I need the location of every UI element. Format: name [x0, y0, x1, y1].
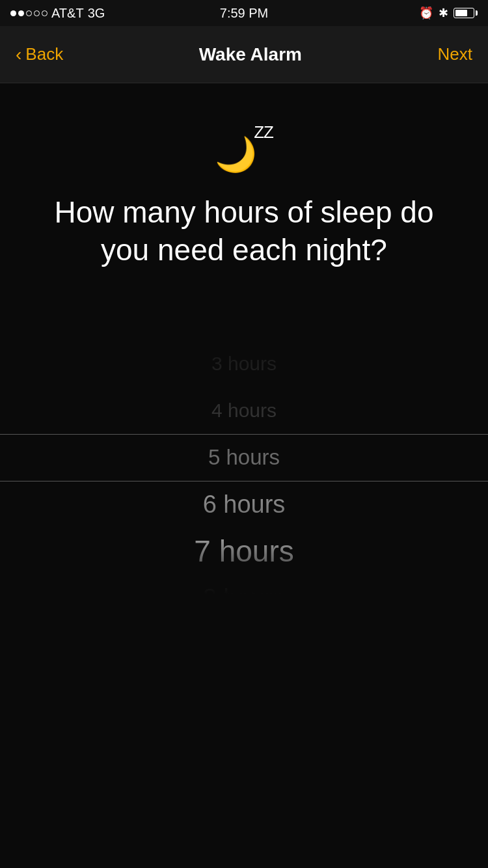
- picker-item[interactable]: 6 hours: [0, 481, 488, 528]
- picker-item[interactable]: 8 hours: [0, 575, 488, 594]
- hours-picker[interactable]: 3 hours4 hours5 hours6 hours7 hours8 hou…: [0, 321, 488, 594]
- back-chevron-icon: ‹: [16, 46, 21, 64]
- battery-indicator: [454, 8, 478, 18]
- picker-item[interactable]: 7 hours: [0, 528, 488, 575]
- bluetooth-icon: ✱: [439, 6, 448, 20]
- network-type-label: 3G: [88, 6, 105, 21]
- back-label: Back: [25, 44, 63, 64]
- sleep-icon-container: 🌙 ZZ: [215, 122, 273, 174]
- battery-fill: [455, 10, 467, 16]
- signal-dot-2: [18, 10, 24, 16]
- main-content: 🌙 ZZ How many hours of sleep do you need…: [0, 83, 488, 594]
- navigation-bar: ‹ Back Wake Alarm Next: [0, 26, 488, 83]
- status-bar-right: ⏰ ✱: [419, 6, 478, 20]
- status-bar: AT&T 3G 7:59 PM ⏰ ✱: [0, 0, 488, 26]
- picker-item[interactable]: 4 hours: [0, 387, 488, 434]
- next-button[interactable]: Next: [438, 44, 472, 64]
- nav-title: Wake Alarm: [199, 44, 302, 65]
- battery-tip: [476, 10, 478, 16]
- signal-indicator: [10, 10, 47, 16]
- signal-dot-5: [42, 10, 47, 16]
- alarm-icon: ⏰: [419, 6, 433, 20]
- signal-dot-4: [34, 10, 40, 16]
- zzz-icon: ZZ: [254, 122, 273, 142]
- status-bar-left: AT&T 3G: [10, 6, 105, 21]
- back-button[interactable]: ‹ Back: [16, 44, 63, 64]
- carrier-label: AT&T: [51, 6, 84, 21]
- moon-icon: 🌙: [215, 135, 257, 174]
- status-time: 7:59 PM: [220, 6, 268, 21]
- signal-dot-1: [10, 10, 16, 16]
- signal-dot-3: [26, 10, 32, 16]
- picker-list: 3 hours4 hours5 hours6 hours7 hours8 hou…: [0, 321, 488, 594]
- picker-item[interactable]: 5 hours: [0, 434, 488, 481]
- question-text: How many hours of sleep do you need each…: [0, 194, 488, 269]
- battery-body: [454, 8, 474, 18]
- picker-item[interactable]: 3 hours: [0, 340, 488, 387]
